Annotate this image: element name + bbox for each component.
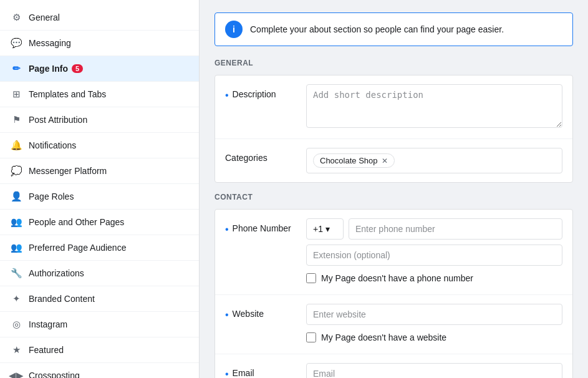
- email-label: • Email: [225, 363, 306, 378]
- sidebar-item-authorizations[interactable]: 🔧Authorizations: [0, 261, 199, 286]
- contact-section-label: CONTACT: [214, 193, 573, 201]
- sidebar-item-label-featured: Featured: [29, 345, 64, 355]
- description-field: [306, 84, 562, 130]
- phone-number-input[interactable]: [349, 218, 562, 240]
- no-website-checkbox[interactable]: [306, 332, 316, 342]
- phone-prefix-selector[interactable]: +1 ▾: [306, 218, 344, 240]
- people-other-pages-icon: 👥: [10, 216, 22, 228]
- categories-row: Categories Chocolate Shop ✕: [215, 139, 572, 182]
- sidebar-item-label-instagram: Instagram: [29, 319, 67, 329]
- email-field: My Page doesn't have an email: [306, 363, 562, 378]
- sidebar-item-branded-content[interactable]: ✦Branded Content: [0, 286, 199, 312]
- description-row: • Description: [215, 75, 572, 139]
- categories-input[interactable]: Chocolate Shop ✕: [306, 148, 562, 173]
- general-icon: ⚙: [10, 11, 22, 24]
- phone-dot: •: [225, 223, 229, 235]
- chevron-down-icon: ▾: [325, 224, 330, 234]
- sidebar-item-label-branded-content: Branded Content: [29, 294, 95, 304]
- sidebar-item-post-attribution[interactable]: ⚑Post Attribution: [0, 107, 199, 133]
- branded-content-icon: ✦: [10, 293, 22, 305]
- sidebar-item-label-crossposting: Crossposting: [29, 371, 80, 378]
- website-field: My Page doesn't have a website: [306, 304, 562, 345]
- info-icon: i: [225, 21, 243, 38]
- description-label: • Description: [225, 84, 306, 101]
- sidebar-item-label-general: General: [29, 12, 60, 22]
- sidebar-item-general[interactable]: ⚙General: [0, 5, 199, 31]
- no-website-row: My Page doesn't have a website: [306, 330, 562, 345]
- category-tag: Chocolate Shop ✕: [313, 153, 395, 168]
- categories-label: Categories: [225, 148, 306, 163]
- main-content: i Complete your about section so people …: [200, 0, 588, 378]
- category-tag-label: Chocolate Shop: [320, 156, 378, 165]
- instagram-icon: ◎: [10, 318, 22, 331]
- sidebar-item-notifications[interactable]: 🔔Notifications: [0, 133, 199, 158]
- banner-text: Complete your about section so people ca…: [250, 24, 504, 34]
- description-dot: •: [225, 89, 229, 101]
- sidebar: ⚙General💬Messaging✏Page Info5⊞Templates …: [0, 0, 200, 378]
- post-attribution-icon: ⚑: [10, 114, 22, 126]
- email-dot: •: [225, 368, 229, 378]
- sidebar-item-messaging[interactable]: 💬Messaging: [0, 31, 199, 56]
- info-banner: i Complete your about section so people …: [214, 12, 573, 46]
- website-row: • Website My Page doesn't have a website: [215, 295, 572, 354]
- sidebar-item-label-messaging: Messaging: [29, 38, 71, 48]
- featured-icon: ★: [10, 344, 22, 356]
- sidebar-item-label-page-info: Page Info: [29, 64, 68, 74]
- sidebar-item-instagram[interactable]: ◎Instagram: [0, 312, 199, 337]
- website-input[interactable]: [306, 304, 562, 325]
- no-phone-label: My Page doesn't have a phone number: [321, 273, 473, 283]
- extension-input[interactable]: [306, 245, 562, 266]
- sidebar-item-messenger-platform[interactable]: 💭Messenger Platform: [0, 158, 199, 184]
- sidebar-item-label-people-other-pages: People and Other Pages: [29, 217, 124, 227]
- sidebar-item-people-other-pages[interactable]: 👥People and Other Pages: [0, 210, 199, 235]
- description-textarea[interactable]: [306, 84, 562, 128]
- templates-tabs-icon: ⊞: [10, 88, 22, 100]
- website-label: • Website: [225, 304, 306, 321]
- phone-label: • Phone Number: [225, 218, 306, 235]
- sidebar-item-page-roles[interactable]: 👤Page Roles: [0, 184, 199, 210]
- extension-input-wrapper: [306, 245, 562, 266]
- contact-form-section: • Phone Number +1 ▾ My Page doesn't have…: [214, 209, 573, 378]
- messaging-icon: 💬: [10, 37, 22, 49]
- sidebar-item-templates-tabs[interactable]: ⊞Templates and Tabs: [0, 82, 199, 107]
- sidebar-item-featured[interactable]: ★Featured: [0, 337, 199, 363]
- sidebar-item-label-templates-tabs: Templates and Tabs: [29, 89, 106, 99]
- sidebar-item-label-page-roles: Page Roles: [29, 191, 74, 201]
- general-form-section: • Description Categories Chocolate Shop …: [214, 75, 573, 183]
- sidebar-item-page-info[interactable]: ✏Page Info5: [0, 56, 199, 82]
- sidebar-item-crossposting[interactable]: ◀▶Crossposting: [0, 363, 199, 378]
- no-phone-checkbox[interactable]: [306, 273, 316, 283]
- categories-field: Chocolate Shop ✕: [306, 148, 562, 173]
- sidebar-item-label-preferred-audience: Preferred Page Audience: [29, 243, 126, 253]
- sidebar-item-label-authorizations: Authorizations: [29, 268, 84, 278]
- page-info-icon: ✏: [10, 62, 22, 75]
- messenger-platform-icon: 💭: [10, 165, 22, 177]
- sidebar-item-preferred-audience[interactable]: 👥Preferred Page Audience: [0, 235, 199, 261]
- website-dot: •: [225, 309, 229, 321]
- category-tag-close[interactable]: ✕: [382, 157, 388, 165]
- email-input[interactable]: [306, 363, 562, 378]
- phone-field: +1 ▾ My Page doesn't have a phone number: [306, 218, 562, 286]
- authorizations-icon: 🔧: [10, 267, 22, 279]
- general-section-label: GENERAL: [214, 59, 573, 67]
- notifications-icon: 🔔: [10, 139, 22, 152]
- sidebar-item-label-post-attribution: Post Attribution: [29, 115, 87, 125]
- no-website-label: My Page doesn't have a website: [321, 332, 446, 342]
- sidebar-badge-page-info: 5: [72, 64, 83, 73]
- crossposting-icon: ◀▶: [10, 369, 22, 378]
- email-row: • Email My Page doesn't have an email: [215, 354, 572, 378]
- phone-row: • Phone Number +1 ▾ My Page doesn't have…: [215, 210, 572, 295]
- page-roles-icon: 👤: [10, 190, 22, 203]
- sidebar-item-label-notifications: Notifications: [29, 140, 76, 150]
- phone-input-row: +1 ▾: [306, 218, 562, 240]
- sidebar-item-label-messenger-platform: Messenger Platform: [29, 166, 107, 176]
- no-phone-row: My Page doesn't have a phone number: [306, 271, 562, 286]
- preferred-audience-icon: 👥: [10, 241, 22, 254]
